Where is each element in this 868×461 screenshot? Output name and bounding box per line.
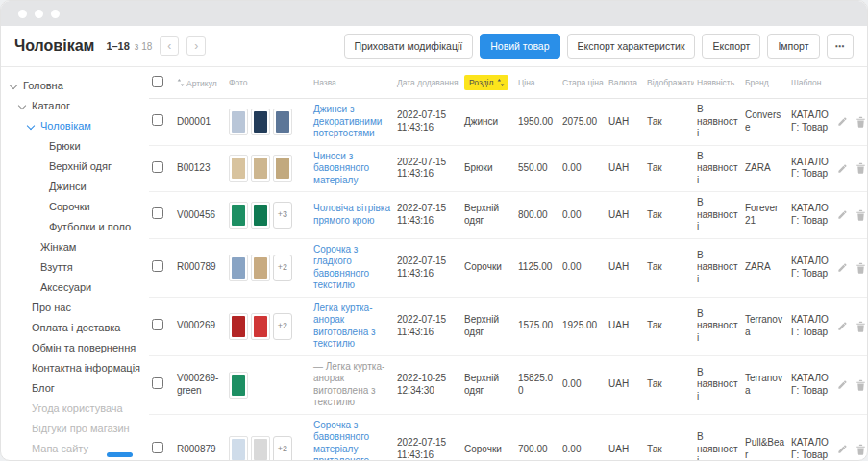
delete-icon[interactable]	[856, 162, 866, 174]
column-header-template[interactable]: Шаблон	[788, 67, 834, 99]
import-button[interactable]: Імпорт	[767, 34, 819, 59]
product-name-link[interactable]: Чиноси з бавовняного матеріалу	[313, 151, 369, 185]
sidebar-item[interactable]: Каталог	[7, 96, 139, 116]
select-all-checkbox[interactable]	[152, 76, 163, 87]
row-checkbox[interactable]	[152, 161, 163, 173]
edit-icon[interactable]	[837, 444, 848, 454]
window-minimize-button[interactable]	[35, 10, 43, 18]
column-header-price[interactable]: Ціна	[515, 67, 559, 99]
sidebar-item[interactable]: Верхній одяг	[7, 157, 139, 177]
product-photo-thumbnail[interactable]	[251, 255, 270, 281]
product-photo-thumbnail[interactable]	[229, 202, 248, 229]
template-cell: КАТАЛОГ: Товар	[788, 355, 834, 414]
more-photos-badge[interactable]: +3	[273, 202, 292, 229]
column-header-section[interactable]: Роздiл	[461, 67, 515, 99]
window-close-button[interactable]	[18, 10, 27, 18]
column-header-name[interactable]: Назва	[310, 67, 394, 99]
edit-icon[interactable]	[837, 262, 848, 273]
export-button[interactable]: Експорт	[702, 34, 760, 59]
next-page-button[interactable]: ›	[186, 36, 206, 56]
product-photo-thumbnail[interactable]	[229, 372, 248, 399]
column-header-date-added[interactable]: Дата додавання	[394, 67, 461, 99]
product-photo-thumbnail[interactable]	[251, 436, 270, 461]
row-checkbox[interactable]	[152, 207, 163, 219]
more-actions-button[interactable]: ⋯	[827, 34, 855, 59]
delete-icon[interactable]	[856, 209, 866, 221]
product-name-link[interactable]: — Легка куртка-анорак виготовлена з текс…	[313, 361, 384, 408]
sidebar-item[interactable]: Жінкам	[7, 237, 139, 257]
sidebar-item[interactable]: Оплата і доставка	[7, 318, 139, 338]
product-name-link[interactable]: Сорочка з гладкого бавовняного текстилю	[313, 244, 369, 291]
window-zoom-button[interactable]	[51, 10, 60, 18]
edit-icon[interactable]	[837, 163, 848, 174]
row-checkbox[interactable]	[152, 442, 163, 453]
row-select-cell	[149, 355, 174, 414]
product-photo-thumbnail[interactable]	[229, 109, 248, 135]
sidebar-item[interactable]: Головна	[7, 76, 139, 96]
column-header-old-price[interactable]: Стара ціна	[559, 67, 606, 99]
edit-icon[interactable]	[837, 209, 848, 220]
export-characteristics-button[interactable]: Експорт характеристик	[567, 34, 696, 59]
sidebar-item[interactable]: Блог	[7, 378, 139, 399]
product-photo-thumbnail[interactable]	[273, 109, 292, 135]
hide-modifications-button[interactable]: Приховати модифікації	[344, 34, 474, 59]
edit-icon[interactable]	[837, 321, 848, 331]
product-photo-thumbnail[interactable]	[229, 255, 248, 281]
photo-strip: +2	[229, 255, 308, 281]
product-photo-thumbnail[interactable]	[229, 436, 248, 461]
sidebar-item[interactable]: Футболки и поло	[7, 217, 139, 237]
row-checkbox[interactable]	[152, 114, 163, 126]
delete-icon[interactable]	[856, 262, 866, 274]
column-header-display[interactable]: Відображати	[644, 67, 694, 99]
product-photo-thumbnail[interactable]	[229, 155, 248, 182]
product-photo-thumbnail[interactable]	[229, 313, 248, 340]
product-photo-thumbnail[interactable]	[251, 155, 270, 182]
delete-icon[interactable]	[856, 379, 866, 391]
row-checkbox[interactable]	[152, 319, 163, 330]
more-photos-badge[interactable]: +2	[273, 313, 292, 340]
column-header-availability[interactable]: Наявність	[694, 67, 742, 99]
delete-icon[interactable]	[856, 321, 866, 332]
product-photo-thumbnail[interactable]	[251, 202, 270, 229]
price-cell: 1125.00	[515, 238, 559, 297]
sidebar-item[interactable]: Брюки	[7, 136, 139, 157]
sidebar-item[interactable]: Взуття	[7, 257, 139, 278]
sidebar-item[interactable]: Чоловікам	[7, 116, 139, 136]
sidebar-item[interactable]: Аксесуари	[7, 278, 139, 298]
sidebar-item[interactable]: Угода користувача	[7, 399, 139, 419]
sidebar-item[interactable]: Джинси	[7, 177, 139, 197]
column-header-currency[interactable]: Валюта	[606, 67, 644, 99]
product-photo-thumbnail[interactable]	[251, 313, 270, 340]
column-header-photo[interactable]: Фото	[226, 67, 310, 99]
availability-cell: В наявності	[694, 414, 742, 461]
sidebar-item-label: Верхній одяг	[49, 157, 112, 177]
product-name-link[interactable]: Сорочка з бавовняного матеріалу притален…	[313, 420, 369, 461]
sidebar-item[interactable]: Про нас	[7, 298, 139, 318]
prev-page-button[interactable]: ‹	[160, 36, 179, 56]
delete-icon[interactable]	[856, 116, 866, 128]
sidebar-item[interactable]: Сорочки	[7, 197, 139, 217]
name-cell: Чиноси з бавовняного матеріалу	[310, 145, 394, 192]
sidebar-item[interactable]: Обмін та повернення	[7, 338, 139, 358]
sorted-column-highlight[interactable]: Роздiл	[464, 75, 508, 90]
sidebar-item[interactable]: Відгуки про магазин	[7, 419, 139, 439]
product-name-link[interactable]: Джинси з декоративними потертостями	[313, 104, 382, 138]
new-product-button[interactable]: Новий товар	[480, 34, 559, 59]
more-photos-badge[interactable]: +2	[273, 436, 292, 461]
product-photo-thumbnail[interactable]	[273, 155, 292, 182]
edit-icon[interactable]	[837, 379, 848, 390]
column-header-article[interactable]: Артикул	[174, 67, 226, 99]
row-checkbox[interactable]	[152, 377, 163, 389]
more-photos-badge[interactable]: +2	[273, 255, 292, 281]
product-name-link[interactable]: Чоловіча вітрівка прямого крою	[313, 203, 390, 226]
delete-icon[interactable]	[856, 444, 866, 455]
currency-cell: UAH	[606, 414, 644, 461]
edit-icon[interactable]	[837, 116, 848, 127]
product-photo-thumbnail[interactable]	[251, 109, 270, 135]
column-header-brand[interactable]: Бренд	[742, 67, 788, 99]
sidebar-item[interactable]: Контактна інформація	[7, 358, 139, 378]
scrollbar-thumb[interactable]	[107, 452, 133, 457]
product-name-link[interactable]: Легка куртка-анорак виготовлена з тексти…	[313, 303, 376, 350]
row-checkbox[interactable]	[152, 260, 163, 272]
brand-cell: ZARA	[742, 145, 788, 192]
